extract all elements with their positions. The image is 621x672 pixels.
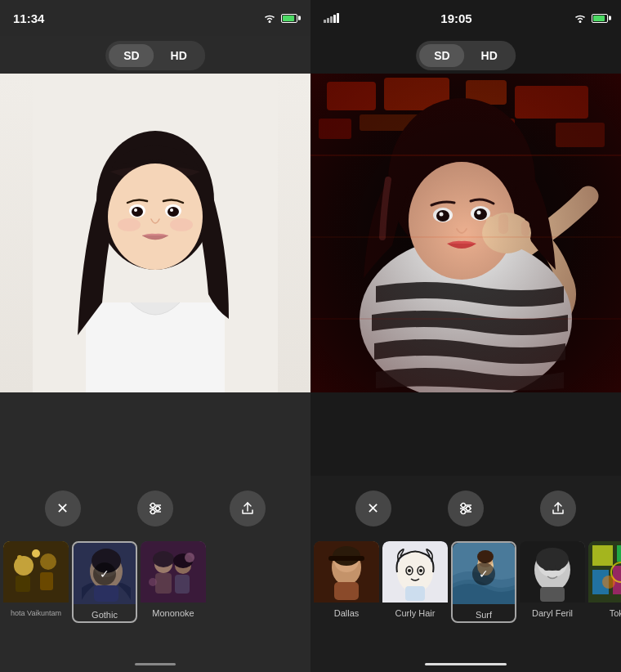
left-control-bar: ✕ [0, 476, 310, 541]
left-scroll-bar [135, 663, 176, 665]
svg-rect-101 [592, 545, 613, 566]
right-status-bar: 19:05 [310, 0, 621, 36]
filter-dallas[interactable]: Dallas [314, 541, 379, 623]
filter-surf-thumb: ✓ [453, 543, 515, 604]
right-bottom-panel: ✕ [310, 476, 621, 672]
share-icon [239, 500, 256, 517]
svg-point-18 [155, 507, 159, 511]
right-hd-button[interactable]: HD [467, 44, 512, 67]
daryl-art [520, 541, 585, 603]
filter-mononoke-thumb [141, 541, 206, 603]
left-status-icons [263, 13, 297, 23]
svg-point-98 [543, 564, 550, 571]
svg-point-86 [408, 569, 411, 572]
svg-point-13 [170, 218, 193, 231]
left-close-button[interactable]: ✕ [45, 491, 81, 526]
svg-point-0 [269, 20, 271, 23]
left-quality-toggle[interactable]: SD HD [105, 41, 205, 70]
tokyo-art [588, 541, 621, 603]
svg-rect-81 [328, 556, 364, 561]
filter-surf[interactable]: ✓ Surf [451, 541, 516, 623]
right-sd-button[interactable]: SD [419, 44, 464, 67]
left-sd-button[interactable]: SD [109, 44, 154, 67]
filter-tokyo[interactable]: Tokyo [588, 541, 621, 623]
left-filter-strip[interactable]: hota Vaikuntam [0, 541, 310, 656]
svg-point-87 [419, 569, 422, 572]
svg-point-9 [168, 207, 179, 217]
svg-point-40 [149, 578, 157, 586]
right-wifi-icon [574, 13, 587, 23]
svg-point-22 [40, 553, 56, 570]
right-photo-svg [310, 74, 621, 392]
adjust-icon [147, 500, 163, 517]
right-control-bar: ✕ [310, 476, 621, 541]
surf-check: ✓ [472, 562, 495, 585]
left-phone-panel: 11:34 SD HD [0, 0, 310, 672]
svg-rect-88 [405, 586, 425, 601]
filter-dallas-thumb [314, 541, 379, 603]
svg-point-99 [555, 564, 561, 571]
right-close-button[interactable]: ✕ [355, 491, 391, 526]
filter-daryl[interactable]: Daryl Feril [520, 541, 585, 623]
vaikuntam-art [3, 541, 69, 603]
left-share-button[interactable] [230, 491, 266, 526]
svg-point-26 [17, 555, 22, 560]
svg-rect-31 [94, 585, 118, 602]
left-status-bar: 11:34 [0, 0, 310, 36]
filter-tokyo-label: Tokyo [588, 603, 621, 623]
filter-dallas-label: Dallas [314, 603, 379, 623]
right-quality-toggle[interactable]: SD HD [416, 41, 516, 70]
svg-rect-3 [86, 302, 225, 392]
svg-rect-102 [617, 545, 621, 562]
mononoke-art [141, 541, 206, 603]
svg-rect-80 [334, 582, 359, 600]
filter-gothic-thumb: ✓ [74, 543, 136, 604]
svg-point-74 [466, 507, 470, 511]
right-photo [310, 74, 621, 392]
filter-gothic[interactable]: ✓ Gothic [72, 541, 137, 623]
right-adjust-button[interactable] [448, 491, 484, 526]
filter-surf-label: Surf [453, 604, 515, 623]
svg-point-17 [150, 504, 154, 508]
filter-tokyo-thumb [588, 541, 621, 603]
right-filter-strip[interactable]: Dallas [310, 541, 621, 656]
svg-rect-37 [155, 573, 172, 594]
signal-bars [324, 13, 339, 23]
filter-curlyhair[interactable]: Curly Hair [382, 541, 448, 623]
svg-point-8 [132, 207, 143, 217]
wifi-icon [263, 13, 276, 23]
left-scroll-indicator [0, 656, 310, 672]
svg-point-96 [536, 548, 569, 571]
gothic-check: ✓ [93, 562, 116, 585]
svg-rect-23 [16, 576, 30, 592]
svg-point-19 [150, 510, 154, 514]
curlyhair-art [382, 541, 448, 603]
right-share-button[interactable] [540, 491, 576, 526]
right-adjust-icon [458, 500, 474, 517]
right-photo-area [310, 74, 621, 392]
svg-point-21 [14, 556, 34, 576]
right-share-icon [550, 500, 566, 517]
left-photo-area [0, 74, 310, 392]
svg-point-5 [108, 164, 203, 270]
dallas-art [314, 541, 379, 603]
left-hd-button[interactable]: HD [156, 44, 202, 67]
right-scroll-bar [425, 663, 507, 665]
svg-point-75 [461, 510, 465, 514]
svg-point-35 [153, 551, 174, 567]
svg-point-73 [461, 504, 465, 508]
filter-gothic-label: Gothic [74, 604, 136, 623]
left-adjust-button[interactable] [137, 491, 173, 526]
filter-mononoke[interactable]: Mononoke [141, 541, 206, 623]
svg-point-108 [602, 576, 615, 589]
svg-point-39 [185, 553, 194, 562]
filter-vaikuntam[interactable]: hota Vaikuntam [3, 541, 69, 623]
svg-rect-97 [540, 587, 565, 602]
left-photo [0, 74, 310, 392]
svg-rect-24 [40, 572, 53, 590]
svg-point-92 [477, 550, 494, 563]
svg-rect-38 [175, 575, 190, 594]
right-time: 19:05 [440, 11, 471, 25]
filter-curlyhair-thumb [382, 541, 448, 603]
right-status-icons [574, 13, 608, 23]
